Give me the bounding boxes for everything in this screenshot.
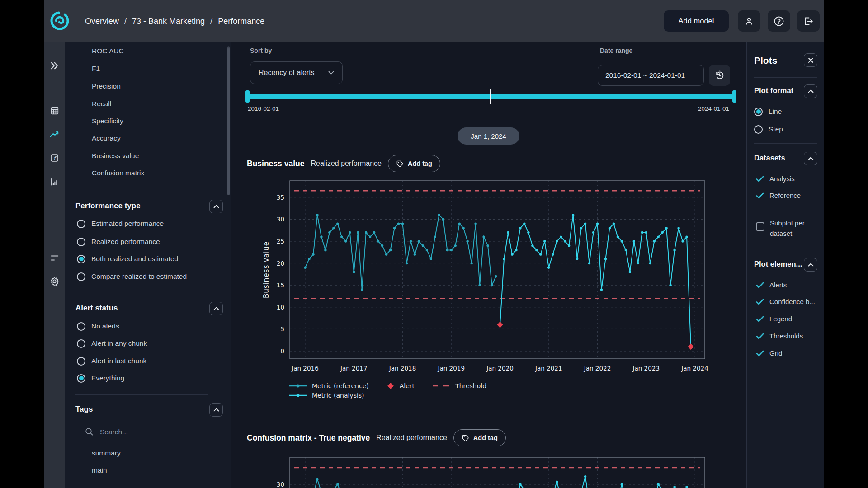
- nav-functions[interactable]: f: [44, 150, 65, 165]
- plots-panel-title: Plots: [754, 55, 777, 66]
- add-model-button[interactable]: Add model: [664, 10, 729, 32]
- metric-item-business-value[interactable]: Business value: [92, 149, 139, 163]
- radio-circle: [77, 322, 85, 331]
- metric-item-f1[interactable]: F1: [92, 62, 100, 75]
- metric-item-specificity[interactable]: Specificity: [92, 114, 123, 128]
- list-lines-icon: [50, 253, 60, 263]
- help-button[interactable]: [768, 10, 790, 32]
- datasets-heading: Datasets: [754, 154, 785, 162]
- alert-diamond-icon: [386, 382, 395, 389]
- radio-circle-selected: [77, 255, 85, 263]
- panel-divider: [754, 77, 817, 78]
- metric-item-roc-auc[interactable]: ROC AUC: [92, 44, 124, 58]
- datasets-collapse-button[interactable]: [804, 152, 817, 165]
- sort-by-value: Recency of alerts: [259, 69, 315, 77]
- breadcrumb-overview[interactable]: Overview: [85, 17, 119, 26]
- nav-logs[interactable]: [44, 250, 65, 266]
- check-confidence-bands[interactable]: Confidence b...: [756, 298, 815, 305]
- alert-status-collapse-button[interactable]: [209, 302, 223, 315]
- date-range-slider-track[interactable]: [248, 94, 735, 99]
- tags-search-input[interactable]: [100, 428, 190, 436]
- check-alerts[interactable]: Alerts: [756, 281, 787, 289]
- radio-line-format[interactable]: Line: [754, 105, 782, 118]
- tags-collapse-button[interactable]: [209, 403, 223, 417]
- reference-line-sample-icon: [288, 383, 307, 389]
- expand-sidebar-button[interactable]: [44, 58, 65, 73]
- radio-estimated-performance[interactable]: Estimated performance: [77, 217, 164, 230]
- radio-alert-last-chunk[interactable]: Alert in last chunk: [77, 354, 146, 368]
- user-account-button[interactable]: [738, 10, 760, 32]
- radio-step-format[interactable]: Step: [754, 122, 783, 136]
- legend-threshold[interactable]: Threshold: [432, 382, 486, 389]
- chart1-add-tag-button[interactable]: Add tag: [388, 155, 440, 172]
- slider-start-date: 2016-02-01: [248, 105, 279, 112]
- table-icon: [50, 106, 60, 116]
- metric-item-recall[interactable]: Recall: [92, 97, 111, 111]
- metric-item-accuracy[interactable]: Accuracy: [92, 131, 121, 145]
- legend-metric-reference[interactable]: Metric (reference): [288, 382, 369, 389]
- threshold-dash-sample-icon: [432, 383, 451, 389]
- svg-text:30: 30: [277, 216, 284, 223]
- radio-circle: [77, 272, 85, 281]
- double-chevron-right-icon: [50, 61, 59, 70]
- svg-text:Jan 2022: Jan 2022: [584, 365, 611, 372]
- metric-item-confusion-matrix[interactable]: Confusion matrix: [92, 166, 144, 180]
- check-icon: [756, 333, 764, 339]
- chevron-up-icon: [808, 263, 814, 267]
- breadcrumb-separator: /: [124, 17, 127, 26]
- check-reference[interactable]: Reference: [756, 192, 801, 199]
- radio-alert-any-chunk[interactable]: Alert in any chunk: [77, 337, 147, 350]
- slider-handle-end[interactable]: [732, 90, 736, 103]
- legend-metric-analysis[interactable]: Metric (analysis): [288, 392, 364, 399]
- radio-realized-performance[interactable]: Realized performance: [77, 235, 160, 249]
- svg-text:Jan 2024: Jan 2024: [681, 365, 708, 372]
- checkbox-subplot-per-dataset[interactable]: Subplot per dataset: [756, 218, 817, 239]
- plot-format-collapse-button[interactable]: [804, 84, 817, 98]
- nav-data-tables[interactable]: [44, 103, 65, 118]
- nav-settings[interactable]: [44, 273, 65, 289]
- radio-compare-realized-estimated[interactable]: Compare realized to estimated: [77, 270, 187, 283]
- filter-sidebar: ROC AUC F1 Precision Recall Specificity …: [65, 42, 231, 488]
- chart2-add-tag-button[interactable]: Add tag: [453, 429, 506, 446]
- question-circle-icon: [774, 16, 784, 27]
- nav-performance-active[interactable]: [44, 127, 65, 142]
- nav-statistics[interactable]: [44, 174, 65, 189]
- radio-everything[interactable]: Everything: [77, 371, 124, 385]
- svg-text:0: 0: [280, 347, 284, 355]
- svg-text:Jan 2019: Jan 2019: [438, 365, 465, 372]
- slider-current-marker: [490, 89, 491, 104]
- gear-icon: [49, 276, 60, 286]
- plot-elements-collapse-button[interactable]: [804, 258, 817, 272]
- sidebar-scrollbar[interactable]: [227, 46, 230, 195]
- radio-both-realized-estimated[interactable]: Both realized and estimated: [77, 252, 178, 266]
- confusion-matrix-chart[interactable]: 30: [259, 446, 741, 488]
- rail-divider: [44, 83, 65, 83]
- tag-item-summary[interactable]: summary: [92, 449, 121, 457]
- top-bar: Overview / 73 - Bank Marketing / Perform…: [44, 0, 824, 42]
- nannyml-logo-icon[interactable]: [50, 11, 70, 31]
- date-range-reset-button[interactable]: [709, 65, 730, 86]
- svg-text:20: 20: [277, 260, 284, 267]
- tag-icon: [396, 160, 404, 168]
- sort-by-dropdown[interactable]: Recency of alerts: [250, 61, 343, 84]
- logout-button[interactable]: [797, 10, 820, 32]
- breadcrumb-model[interactable]: 73 - Bank Marketing: [132, 17, 205, 26]
- date-range-input[interactable]: [598, 65, 704, 86]
- breadcrumb-performance: Performance: [218, 17, 264, 26]
- check-thresholds[interactable]: Thresholds: [756, 332, 803, 340]
- business-value-chart[interactable]: 05101520253035Jan 2016Jan 2017Jan 2018Ja…: [259, 176, 741, 375]
- performance-type-collapse-button[interactable]: [209, 200, 223, 213]
- plots-panel-close-button[interactable]: [804, 53, 817, 67]
- tag-item-main[interactable]: main: [92, 466, 107, 474]
- nav-rail: f: [44, 42, 65, 488]
- analysis-line-sample-icon: [288, 393, 307, 398]
- svg-text:Jan 2016: Jan 2016: [291, 365, 318, 372]
- metric-item-precision[interactable]: Precision: [92, 80, 121, 93]
- check-analysis[interactable]: Analysis: [756, 175, 795, 183]
- check-legend[interactable]: Legend: [756, 315, 792, 323]
- check-grid[interactable]: Grid: [756, 349, 782, 357]
- legend-alert[interactable]: Alert: [386, 382, 415, 389]
- slider-handle-start[interactable]: [245, 90, 250, 103]
- radio-no-alerts[interactable]: No alerts: [77, 319, 119, 333]
- chart1-legend: Metric (reference) Alert Threshold: [288, 382, 486, 399]
